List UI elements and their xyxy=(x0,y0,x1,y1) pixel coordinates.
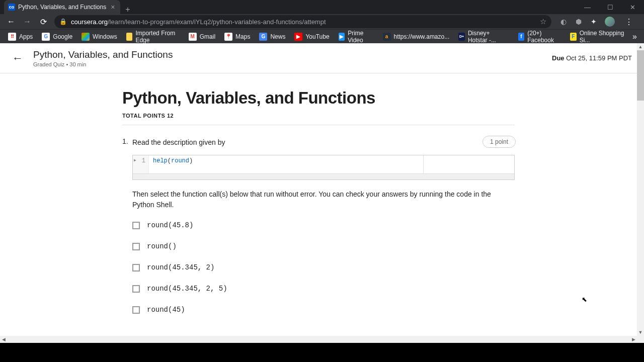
scroll-right-button[interactable]: ▶ xyxy=(630,336,637,343)
bookmark-label: Imported From Edge xyxy=(135,30,179,44)
option-5[interactable]: round(45) xyxy=(132,306,515,314)
bookmark-label: Online Shopping Si... xyxy=(580,30,624,44)
horizontal-scrollbar[interactable]: ◀ ▶ xyxy=(0,336,637,343)
option-text: round(45.345, 2) xyxy=(147,263,214,272)
close-window-button[interactable]: ✕ xyxy=(621,0,644,14)
bookmark-google[interactable]: GGoogle xyxy=(38,31,76,43)
bookmark-label: Google xyxy=(53,33,72,40)
bookmark-windows[interactable]: Windows xyxy=(77,31,121,43)
bookmark-label: Windows xyxy=(93,33,117,40)
bookmark-label: Apps xyxy=(19,33,33,40)
tab-favicon-icon: co xyxy=(8,4,15,11)
bookmark-maps[interactable]: 📍Maps xyxy=(220,31,254,43)
bookmark-label: Prime Video xyxy=(348,30,373,44)
quiz-header: ← Python, Variables, and Functions Grade… xyxy=(0,43,644,73)
quiz-header-subtitle: Graded Quiz • 30 min xyxy=(33,61,173,67)
reload-button[interactable]: ⟳ xyxy=(36,15,50,29)
bookmark-label: Gmail xyxy=(200,33,215,40)
option-text: round(45.8) xyxy=(147,221,193,229)
browser-tab[interactable]: co Python, Variables, and Functions × xyxy=(4,0,120,14)
vertical-scrollbar[interactable]: ▲ ▼ xyxy=(637,43,644,343)
option-text: round() xyxy=(147,242,177,250)
window-controls: — ☐ ✕ xyxy=(576,0,644,14)
divider xyxy=(122,125,515,125)
omnibox[interactable]: 🔒 coursera.org/learn/learn-to-program/ex… xyxy=(54,15,551,28)
scroll-up-button[interactable]: ▲ xyxy=(637,43,644,50)
quiz-header-title: Python, Variables, and Functions xyxy=(33,49,173,60)
scroll-left-button[interactable]: ◀ xyxy=(0,336,7,343)
question-followup: Then select the function call(s) below t… xyxy=(132,189,515,210)
bookmark-gmail[interactable]: MGmail xyxy=(185,31,219,43)
extension-icon[interactable]: ⬢ xyxy=(575,18,583,26)
nav-back-button[interactable]: ← xyxy=(4,15,18,29)
question-1: 1. 1 point Read the description given by… xyxy=(122,137,515,314)
bookmark-label: Maps xyxy=(235,33,250,40)
question-prompt: Read the description given by xyxy=(132,137,515,148)
maximize-button[interactable]: ☐ xyxy=(599,0,621,14)
bookmark-star-icon[interactable]: ☆ xyxy=(540,17,546,26)
tab-title: Python, Variables, and Functions xyxy=(18,4,106,11)
bookmarks-bar: ⠿Apps GGoogle Windows Imported From Edge… xyxy=(0,29,644,43)
url-text: coursera.org/learn/learn-to-program/exam… xyxy=(71,18,536,26)
chrome-menu-button[interactable]: ⋮ xyxy=(622,17,636,27)
checkbox[interactable] xyxy=(132,222,140,229)
new-tab-button[interactable]: + xyxy=(120,5,135,14)
bookmark-label: Disney+ Hotstar -... xyxy=(468,30,509,44)
bookmark-apps[interactable]: ⠿Apps xyxy=(4,31,37,43)
extension-icon[interactable]: ◐ xyxy=(559,18,568,26)
bookmark-overflow-button[interactable]: » xyxy=(629,32,640,41)
bookmark-label: (20+) Facebook xyxy=(527,30,561,44)
page-content: ← Python, Variables, and Functions Grade… xyxy=(0,43,644,343)
option-1[interactable]: round(45.8) xyxy=(132,221,515,229)
code-line: help(round) xyxy=(149,155,514,173)
option-2[interactable]: round() xyxy=(132,242,515,250)
code-gutter: 1 xyxy=(133,155,149,173)
checkbox[interactable] xyxy=(132,243,140,250)
option-3[interactable]: round(45.345, 2) xyxy=(132,263,515,272)
minimize-button[interactable]: — xyxy=(576,0,599,14)
option-text: round(45.345, 2, 5) xyxy=(147,285,227,293)
extension-icons: ◐ ⬢ ✦ ⋮ xyxy=(555,17,640,27)
points-badge: 1 point xyxy=(482,136,516,148)
lock-icon: 🔒 xyxy=(59,18,67,25)
scroll-thumb[interactable] xyxy=(637,50,644,101)
quiz-title: Python, Variables, and Functions xyxy=(122,88,515,108)
tabs-area: co Python, Variables, and Functions × + xyxy=(0,0,135,14)
bookmark-label: https://www.amazo... xyxy=(394,33,450,40)
nav-forward-button[interactable]: → xyxy=(20,15,34,29)
back-arrow-button[interactable]: ← xyxy=(12,52,23,65)
code-block: 1 help(round) xyxy=(132,155,515,180)
option-4[interactable]: round(45.345, 2, 5) xyxy=(132,285,515,293)
due-date: Due Oct 25, 11:59 PM PDT xyxy=(552,54,632,62)
tab-close-icon[interactable]: × xyxy=(109,4,116,11)
profile-avatar[interactable] xyxy=(605,17,615,27)
bookmark-amazon[interactable]: ahttps://www.amazo... xyxy=(379,31,454,43)
bookmark-label: News xyxy=(270,33,285,40)
code-footer xyxy=(133,173,514,179)
extensions-puzzle-icon[interactable]: ✦ xyxy=(590,18,598,26)
bookmark-label: YouTube xyxy=(305,33,329,40)
total-points-label: TOTAL POINTS 12 xyxy=(122,113,515,119)
option-text: round(45) xyxy=(147,306,185,314)
bookmark-youtube[interactable]: ▶YouTube xyxy=(290,31,333,43)
options-list: round(45.8) round() round(45.345, 2) xyxy=(132,221,515,314)
quiz-body: Python, Variables, and Functions TOTAL P… xyxy=(0,73,644,343)
question-number: 1. xyxy=(122,137,128,145)
bookmark-news[interactable]: GNews xyxy=(255,31,289,43)
checkbox[interactable] xyxy=(132,264,140,272)
titlebar: co Python, Variables, and Functions × + … xyxy=(0,0,644,14)
scroll-down-button[interactable]: ▼ xyxy=(637,329,644,336)
address-bar: ← → ⟳ 🔒 coursera.org/learn/learn-to-prog… xyxy=(0,14,644,29)
checkbox[interactable] xyxy=(132,285,140,293)
checkbox[interactable] xyxy=(132,306,140,314)
taskbar xyxy=(0,343,644,362)
